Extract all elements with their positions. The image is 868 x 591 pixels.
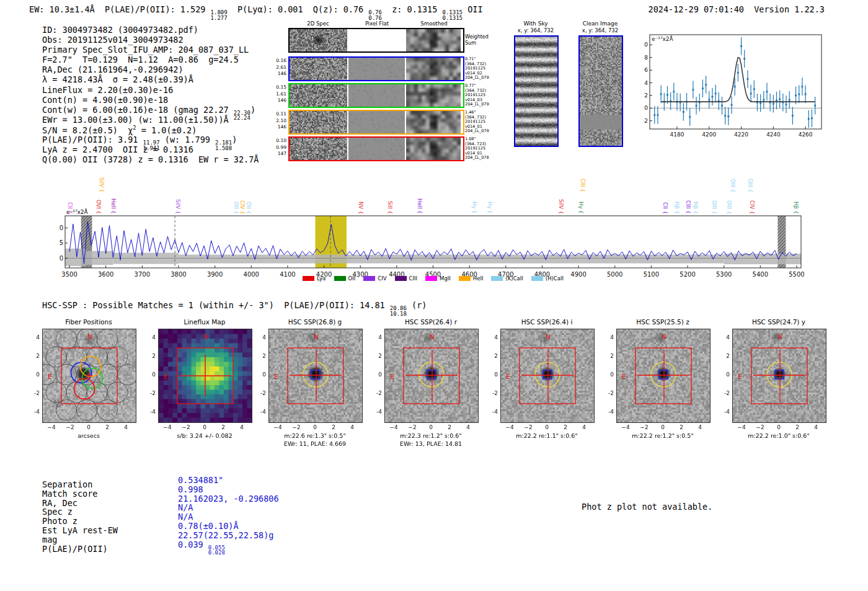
emission-line-label: HeII {: [110, 198, 116, 214]
legend-swatch: [425, 276, 437, 281]
spec2d-image-flat: [348, 138, 405, 160]
match-row-label: Photo z: [42, 516, 78, 526]
emission-line-label: CII {: [662, 202, 668, 214]
cutout-extra-label: EWr: 13, PLAE: 14.81: [373, 440, 489, 447]
svg-text:4180: 4180: [670, 131, 684, 138]
info-line: ID: 3004973482 (3004973482.pdf): [42, 25, 259, 35]
spec2d-header: 2D Spec: [290, 20, 346, 27]
svg-text:0: 0: [644, 105, 648, 111]
header-text: EW: 10.3±1.4Å P(LAE)/P(OII): 1.529: [29, 4, 211, 14]
emission-line-label: CIV {: [239, 200, 245, 214]
legend-swatch: [459, 276, 471, 281]
spec2d-image-flat: [348, 84, 405, 107]
cutout-xtick: 0: [425, 424, 436, 430]
spec2d-image-flat: [348, 58, 405, 80]
match-row-label: RA, Dec: [42, 498, 78, 508]
sky-panel-coords: x, y: 364, 732: [503, 27, 569, 33]
legend-label: Lyα: [317, 275, 326, 282]
cutout-ytick: 0: [31, 371, 40, 378]
cutout-title: Fiber Positions: [42, 318, 135, 326]
cutout-xlabel: m:22.2 re:1.2" s:0.5": [605, 432, 720, 439]
cutout-ytick: 2: [373, 353, 382, 359]
cutout-xtick: −2: [407, 424, 418, 430]
header-stacked-value: 0.13150.1315: [443, 10, 463, 20]
info-line: P(LAE)/P(OII): 3.91 11.971.941 (w: 1.799…: [42, 135, 259, 144]
cutout-xtick: −4: [504, 424, 515, 430]
info-line: S/N = 8.2(±0.5) χ2 = 1.0(±0.2): [42, 125, 259, 135]
svg-text:4240: 4240: [766, 131, 781, 138]
cutout-xtick: 0: [541, 424, 552, 430]
spectrum-legend: LyαOIICIVCIIIMgIIHeII(K)CaII(H)CaII: [65, 275, 801, 282]
cutout-xtick: 4: [694, 424, 706, 430]
cutout-ytick: 4: [721, 334, 730, 340]
spec2d-row-ids: 0.71"(364, 732)20191125v014_02204_LL_079: [465, 57, 494, 81]
cutout-xtick: 0: [83, 424, 94, 430]
cutout-xtick: −4: [388, 424, 399, 430]
info-line: Primary Spec_Slot_IFU_AMP: 204_087_037_L…: [42, 45, 259, 55]
cutout-ytick: -2: [489, 390, 498, 396]
cutout-image-img-2: [268, 329, 363, 423]
sky-panel-coords: x, y: 364, 732: [567, 27, 633, 33]
cutout-ytick: -4: [373, 409, 382, 415]
cutout-image-img-5: [616, 329, 711, 423]
info-text: Q(0.00) OII (3728) z = 0.1316 EW r = 32.…: [42, 154, 259, 164]
cutout-image-lineflux-1: [158, 329, 252, 423]
spec2d-image-smoothed: [406, 138, 461, 160]
legend-label: (K)CaII: [505, 275, 523, 282]
spec2d-image-spec: [290, 111, 347, 133]
photz-notice: Phot z plot not available.: [582, 502, 712, 512]
emission-line-label: HeII {: [417, 198, 422, 214]
cutout-ytick: -4: [31, 409, 40, 415]
emission-line-label: SiIV {: [99, 177, 104, 192]
info-stacked-value: 2.1811.508: [215, 140, 232, 151]
cutout-title: HSC SSP(26.8) g: [268, 318, 361, 326]
hsc-match-summary: HSC-SSP : Possible Matches = 1 (within +…: [42, 300, 427, 316]
svg-text:10: 10: [644, 42, 648, 48]
cutout-xtick: 2: [792, 424, 803, 430]
spec2d-row: [288, 56, 464, 81]
spec2d-image-smoothed: [406, 111, 461, 133]
cutout-ytick: 4: [31, 334, 40, 340]
cutout-xtick: −4: [46, 424, 57, 430]
legend-label: MgII: [440, 275, 451, 282]
spec2d-row-stats: 0.162.61146: [272, 58, 286, 78]
cutout-ytick: 2: [489, 353, 498, 359]
cutout-ytick: -4: [257, 409, 266, 415]
cutout-image-img-4: [500, 329, 595, 423]
legend-label: HeII: [473, 275, 484, 282]
cutout-image-fiber-0: [42, 329, 136, 423]
cutout-ytick: 0: [373, 371, 382, 378]
svg-text:5: 5: [60, 239, 63, 246]
svg-text:4: 4: [644, 80, 648, 86]
cutout-ytick: 4: [489, 334, 498, 340]
cutout-xtick: −4: [162, 424, 173, 430]
cutout-ytick: -2: [605, 390, 614, 396]
emission-line-label: Hγ {: [487, 202, 492, 214]
emission-line-label: CIV {: [749, 200, 755, 214]
svg-text:10: 10: [59, 224, 63, 231]
spec2d-row: [288, 110, 464, 135]
match-row-value: 0.039 0.0550.028: [178, 540, 225, 556]
legend-label: OII: [348, 275, 356, 282]
cutout-ytick: -2: [147, 390, 156, 396]
spec2d-row-ids: 1.46"(364, 732)20191125v014_01204_LL_079: [465, 110, 494, 134]
spec2d-row: [288, 136, 464, 161]
hsc-match-stacked-value: 20.8610.18: [390, 306, 407, 316]
spec2d-image-smoothed: [406, 58, 461, 80]
cutout-title: HSC SSP(26.4) r: [384, 318, 477, 326]
svg-text:-2: -2: [644, 118, 648, 124]
info-text: Cont(w) = 6.00(±0.16)e-18 (gmag 22.27: [42, 105, 234, 115]
header-summary-line: EW: 10.3±1.4Å P(LAE)/P(OII): 1.529 1.809…: [29, 4, 483, 20]
cutout-xtick: −2: [639, 424, 650, 430]
legend-item-Ly: Lyα: [303, 275, 326, 282]
info-text: Cont(n) = 4.90(±0.90)e-18: [42, 95, 168, 105]
cutout-ytick: -4: [489, 409, 498, 415]
cutout-xtick: −2: [180, 424, 192, 430]
info-line: Obs: 20191125v014_3004973482: [42, 35, 259, 45]
cutout-xtick: 2: [560, 424, 571, 430]
info-text: F=2.7" T=0.129 N=1.12 A=0.86 g=24.5: [42, 55, 239, 64]
emission-line-label: NV {: [358, 202, 363, 214]
emission-line-label: OII {: [233, 202, 239, 214]
header-stacked-value: 0.760.76: [368, 10, 382, 20]
cutout-xlabel: m:22.6 re:1.3" s:0.5": [257, 432, 373, 439]
